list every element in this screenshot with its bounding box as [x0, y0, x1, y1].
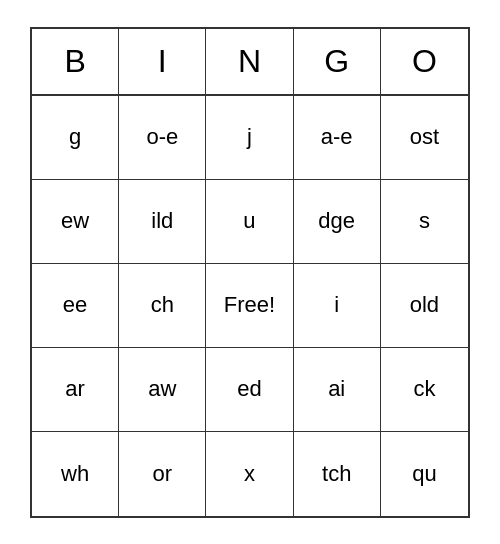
bingo-header: B I N G O: [32, 29, 468, 96]
cell-3[interactable]: a-e: [294, 96, 381, 180]
cell-16[interactable]: aw: [119, 348, 206, 432]
cell-17[interactable]: ed: [206, 348, 293, 432]
cell-5[interactable]: ew: [32, 180, 119, 264]
cell-23[interactable]: tch: [294, 432, 381, 516]
cell-15[interactable]: ar: [32, 348, 119, 432]
header-g: G: [294, 29, 381, 94]
cell-4[interactable]: ost: [381, 96, 468, 180]
header-i: I: [119, 29, 206, 94]
cell-9[interactable]: s: [381, 180, 468, 264]
cell-0[interactable]: g: [32, 96, 119, 180]
cell-6[interactable]: ild: [119, 180, 206, 264]
header-o: O: [381, 29, 468, 94]
cell-2[interactable]: j: [206, 96, 293, 180]
bingo-card: B I N G O g o-e j a-e ost ew ild u dge s…: [30, 27, 470, 518]
cell-14[interactable]: old: [381, 264, 468, 348]
cell-22[interactable]: x: [206, 432, 293, 516]
cell-21[interactable]: or: [119, 432, 206, 516]
header-b: B: [32, 29, 119, 94]
cell-11[interactable]: ch: [119, 264, 206, 348]
cell-8[interactable]: dge: [294, 180, 381, 264]
cell-1[interactable]: o-e: [119, 96, 206, 180]
header-n: N: [206, 29, 293, 94]
cell-10[interactable]: ee: [32, 264, 119, 348]
cell-24[interactable]: qu: [381, 432, 468, 516]
cell-20[interactable]: wh: [32, 432, 119, 516]
cell-19[interactable]: ck: [381, 348, 468, 432]
bingo-grid: g o-e j a-e ost ew ild u dge s ee ch Fre…: [32, 96, 468, 516]
cell-18[interactable]: ai: [294, 348, 381, 432]
cell-7[interactable]: u: [206, 180, 293, 264]
cell-13[interactable]: i: [294, 264, 381, 348]
cell-free[interactable]: Free!: [206, 264, 293, 348]
